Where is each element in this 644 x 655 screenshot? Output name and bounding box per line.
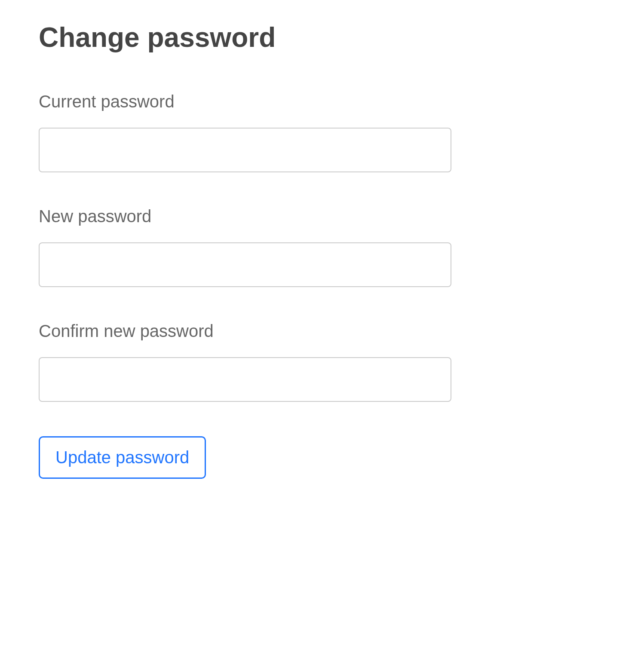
new-password-group: New password: [39, 207, 605, 287]
confirm-password-label: Confirm new password: [39, 321, 605, 341]
page-title: Change password: [39, 21, 605, 53]
current-password-input[interactable]: [39, 128, 451, 172]
current-password-label: Current password: [39, 92, 605, 111]
current-password-group: Current password: [39, 92, 605, 172]
change-password-form: Change password Current password New pas…: [0, 0, 644, 500]
new-password-label: New password: [39, 207, 605, 226]
confirm-password-group: Confirm new password: [39, 321, 605, 402]
new-password-input[interactable]: [39, 242, 451, 287]
update-password-button[interactable]: Update password: [39, 436, 206, 479]
confirm-password-input[interactable]: [39, 357, 451, 402]
